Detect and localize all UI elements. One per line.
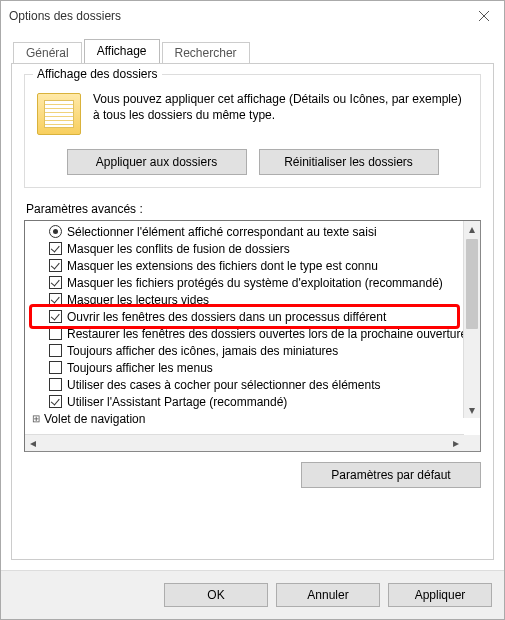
cancel-button[interactable]: Annuler bbox=[276, 583, 380, 607]
list-item[interactable]: Masquer les extensions des fichiers dont… bbox=[31, 257, 464, 274]
checkbox-icon[interactable] bbox=[49, 276, 62, 289]
tab-general[interactable]: Général bbox=[13, 42, 82, 64]
checkbox-icon[interactable] bbox=[49, 395, 62, 408]
restore-defaults-button[interactable]: Paramètres par défaut bbox=[301, 462, 481, 488]
dialog-button-bar: OK Annuler Appliquer bbox=[1, 570, 504, 619]
advanced-settings-list: Sélectionner l'élément affiché correspon… bbox=[24, 220, 481, 452]
advanced-settings-label: Paramètres avancés : bbox=[26, 202, 481, 216]
list-item[interactable]: Utiliser des cases à cocher pour sélecti… bbox=[31, 376, 464, 393]
close-button[interactable] bbox=[464, 2, 504, 30]
checkbox-icon[interactable] bbox=[49, 242, 62, 255]
window-title: Options des dossiers bbox=[9, 9, 121, 23]
scroll-down-icon[interactable]: ▾ bbox=[464, 402, 480, 418]
reset-folders-button[interactable]: Réinitialiser les dossiers bbox=[259, 149, 439, 175]
apply-to-folders-button[interactable]: Appliquer aux dossiers bbox=[67, 149, 247, 175]
horizontal-scrollbar[interactable]: ◂ ▸ bbox=[25, 434, 464, 451]
list-item-label: Masquer les extensions des fichiers dont… bbox=[67, 259, 378, 273]
expand-icon[interactable]: ⊞ bbox=[31, 413, 40, 424]
checkbox-icon[interactable] bbox=[49, 361, 62, 374]
checkbox-icon[interactable] bbox=[49, 259, 62, 272]
folder-options-dialog: Options des dossiers Général Affichage R… bbox=[0, 0, 505, 620]
tab-page-display: Affichage des dossiers Vous pouvez appli… bbox=[11, 63, 494, 560]
scroll-left-icon[interactable]: ◂ bbox=[25, 435, 41, 451]
scroll-up-icon[interactable]: ▴ bbox=[464, 221, 480, 237]
list-item-label: Toujours afficher des icônes, jamais des… bbox=[67, 344, 338, 358]
list-item-label: Masquer les fichiers protégés du système… bbox=[67, 276, 443, 290]
group-title: Affichage des dossiers bbox=[33, 67, 162, 81]
list-item[interactable]: Masquer les fichiers protégés du système… bbox=[31, 274, 464, 291]
list-item[interactable]: Sélectionner l'élément affiché correspon… bbox=[31, 223, 464, 240]
close-icon bbox=[479, 11, 489, 21]
folder-icon bbox=[37, 93, 81, 135]
list-item-label: Masquer les conflits de fusion de dossie… bbox=[67, 242, 290, 256]
list-item[interactable]: Masquer les conflits de fusion de dossie… bbox=[31, 240, 464, 257]
list-item-label: Volet de navigation bbox=[44, 412, 145, 426]
ok-button[interactable]: OK bbox=[164, 583, 268, 607]
radio-icon[interactable] bbox=[49, 225, 62, 238]
scroll-corner bbox=[464, 435, 480, 451]
list-item-label: Utiliser des cases à cocher pour sélecti… bbox=[67, 378, 381, 392]
list-item[interactable]: Toujours afficher les menus bbox=[31, 359, 464, 376]
group-description: Vous pouvez appliquer cet affichage (Dét… bbox=[93, 91, 468, 123]
list-item-label: Toujours afficher les menus bbox=[67, 361, 213, 375]
list-item[interactable]: ⊞Volet de navigation bbox=[31, 410, 464, 427]
list-item-label: Sélectionner l'élément affiché correspon… bbox=[67, 225, 377, 239]
list-item-label: Utiliser l'Assistant Partage (recommandé… bbox=[67, 395, 287, 409]
vertical-scrollbar[interactable]: ▴ ▾ bbox=[463, 221, 480, 418]
scroll-right-icon[interactable]: ▸ bbox=[448, 435, 464, 451]
folder-views-group: Affichage des dossiers Vous pouvez appli… bbox=[24, 74, 481, 188]
list-item[interactable]: Toujours afficher des icônes, jamais des… bbox=[31, 342, 464, 359]
checkbox-icon[interactable] bbox=[49, 344, 62, 357]
apply-button[interactable]: Appliquer bbox=[388, 583, 492, 607]
list-item[interactable]: Utiliser l'Assistant Partage (recommandé… bbox=[31, 393, 464, 410]
tab-search[interactable]: Rechercher bbox=[162, 42, 250, 64]
highlight-box bbox=[29, 304, 460, 329]
checkbox-icon[interactable] bbox=[49, 378, 62, 391]
tab-display[interactable]: Affichage bbox=[84, 39, 160, 63]
titlebar: Options des dossiers bbox=[1, 1, 504, 31]
scroll-thumb[interactable] bbox=[466, 239, 478, 329]
tabstrip: Général Affichage Rechercher bbox=[11, 39, 494, 63]
